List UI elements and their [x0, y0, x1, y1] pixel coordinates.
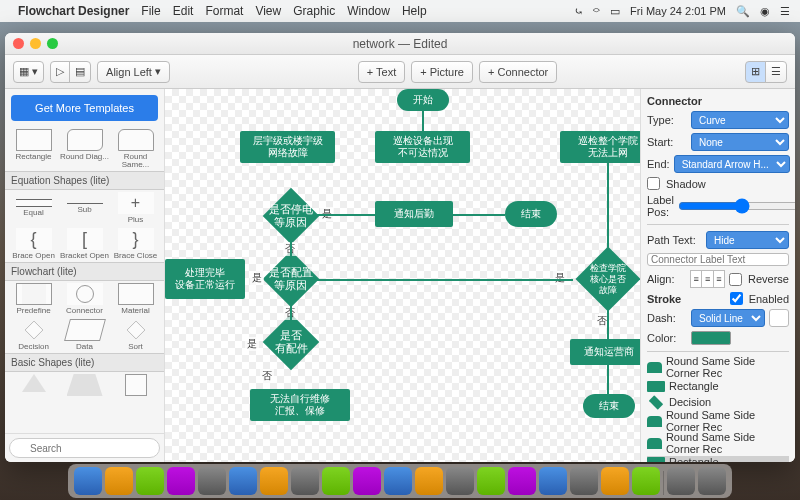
- grid-toggle[interactable]: ▤: [69, 61, 91, 83]
- menu-graphic[interactable]: Graphic: [293, 4, 335, 18]
- shape-data[interactable]: Data: [60, 319, 109, 351]
- list-item[interactable]: Round Same Side Corner Rec: [647, 412, 789, 430]
- notification-icon[interactable]: ☰: [780, 5, 790, 18]
- color-swatch[interactable]: [691, 331, 731, 345]
- shape-decision[interactable]: Decision: [9, 319, 58, 351]
- clock[interactable]: Fri May 24 2:01 PM: [630, 5, 726, 17]
- enabled-checkbox[interactable]: [730, 292, 743, 305]
- dock-app-icon[interactable]: [415, 467, 443, 495]
- list-item[interactable]: Round Same Side Corner Rec: [647, 358, 789, 376]
- node-r1[interactable]: 通知后勤: [375, 201, 453, 227]
- dock-app-icon[interactable]: [508, 467, 536, 495]
- canvas[interactable]: 开始 层宇级或楼宇级 网络故障 巡检设备出现 不可达情况 巡检整个学院 无法上网…: [165, 89, 640, 462]
- menu-edit[interactable]: Edit: [173, 4, 194, 18]
- node-dR[interactable]: 检查学院 核心是否 故障: [575, 246, 640, 311]
- list-item[interactable]: Rectangle: [647, 456, 789, 462]
- end-select[interactable]: Standard Arrow H...: [674, 155, 790, 173]
- siri-icon[interactable]: ◉: [760, 5, 770, 18]
- node-e1[interactable]: 结束: [505, 201, 557, 227]
- node-d3[interactable]: 是否 有配件: [263, 314, 320, 371]
- dock-app-icon[interactable]: [167, 467, 195, 495]
- toolbar-templates-icon[interactable]: ▦ ▾: [13, 61, 44, 83]
- node-n4[interactable]: 无法自行维修 汇报、保修: [250, 389, 350, 421]
- dock-app-icon[interactable]: [353, 467, 381, 495]
- start-select[interactable]: None: [691, 133, 789, 151]
- list-item[interactable]: Decision: [647, 396, 789, 408]
- fastswitch-icon[interactable]: ⤿: [574, 5, 583, 18]
- dock-app-icon[interactable]: [229, 467, 257, 495]
- shape-brace-close[interactable]: Brace Close: [111, 228, 160, 260]
- cat-basic[interactable]: Basic Shapes (lite): [5, 353, 164, 372]
- align-button[interactable]: Align Left ▾: [97, 61, 170, 83]
- add-text-button[interactable]: + Text: [358, 61, 405, 83]
- node-n3[interactable]: 巡检整个学院 无法上网: [560, 131, 640, 163]
- shape-round-same[interactable]: Round Same...: [111, 129, 160, 169]
- shape-rectangle[interactable]: Rectangle: [9, 129, 58, 169]
- node-e2[interactable]: 结束: [583, 394, 635, 418]
- dock-app-icon[interactable]: [570, 467, 598, 495]
- node-n1[interactable]: 层宇级或楼宇级 网络故障: [240, 131, 335, 163]
- node-d2[interactable]: 是否配置 等原因: [263, 251, 320, 308]
- shape-sub[interactable]: Sub: [60, 192, 109, 224]
- list-item[interactable]: Round Same Side Corner Rec: [647, 434, 789, 452]
- add-connector-button[interactable]: + Connector: [479, 61, 557, 83]
- menu-help[interactable]: Help: [402, 4, 427, 18]
- sidebar-search-input[interactable]: [9, 438, 160, 458]
- shape-sort[interactable]: Sort: [111, 319, 160, 351]
- dock-downloads-icon[interactable]: [667, 467, 695, 495]
- shape-material[interactable]: Material: [111, 283, 160, 315]
- shape-bracket-open[interactable]: Bracket Open: [60, 228, 109, 260]
- dock-app-icon[interactable]: [260, 467, 288, 495]
- shape-square[interactable]: [111, 374, 160, 396]
- shape-equal[interactable]: Equal: [9, 192, 58, 224]
- dash-width-input[interactable]: [769, 309, 789, 327]
- dock-app-icon[interactable]: [198, 467, 226, 495]
- align-right-icon[interactable]: ≡: [713, 270, 725, 288]
- spotlight-icon[interactable]: 🔍: [736, 5, 750, 18]
- shape-triangle[interactable]: [9, 374, 58, 396]
- dock-app-icon[interactable]: [105, 467, 133, 495]
- dock-app-icon[interactable]: [136, 467, 164, 495]
- menu-window[interactable]: Window: [347, 4, 390, 18]
- shadow-checkbox[interactable]: [647, 177, 660, 190]
- shape-predefine[interactable]: Predefine: [9, 283, 58, 315]
- menu-file[interactable]: File: [141, 4, 160, 18]
- dock-trash-icon[interactable]: [698, 467, 726, 495]
- dock-app-icon[interactable]: [384, 467, 412, 495]
- dock-app-icon[interactable]: [601, 467, 629, 495]
- shape-plus[interactable]: Plus: [111, 192, 160, 224]
- node-start[interactable]: 开始: [397, 89, 449, 111]
- pathtext-select[interactable]: Hide: [706, 231, 789, 249]
- pointer-tool[interactable]: ▷: [50, 61, 70, 83]
- node-left[interactable]: 处理完毕 设备正常运行: [165, 259, 245, 299]
- node-r2[interactable]: 通知运营商: [570, 339, 640, 365]
- close-button[interactable]: [13, 38, 24, 49]
- grid-view-button[interactable]: ⊞: [745, 61, 766, 83]
- shape-connector[interactable]: Connector: [60, 283, 109, 315]
- list-view-button[interactable]: ☰: [765, 61, 787, 83]
- minimize-button[interactable]: [30, 38, 41, 49]
- node-d1[interactable]: 是否停电 等原因: [263, 188, 320, 245]
- dock-app-icon[interactable]: [477, 467, 505, 495]
- add-picture-button[interactable]: + Picture: [411, 61, 473, 83]
- connector-label-input[interactable]: [647, 253, 789, 266]
- type-select[interactable]: Curve: [691, 111, 789, 129]
- get-templates-button[interactable]: Get More Templates: [11, 95, 158, 121]
- reverse-checkbox[interactable]: [729, 273, 742, 286]
- cat-flowchart[interactable]: Flowchart (lite): [5, 262, 164, 281]
- battery-icon[interactable]: ▭: [610, 5, 620, 18]
- dash-select[interactable]: Solid Line: [691, 309, 765, 327]
- dock-app-icon[interactable]: [632, 467, 660, 495]
- shape-trapezoid[interactable]: [60, 374, 109, 396]
- dock-finder-icon[interactable]: [74, 467, 102, 495]
- menu-view[interactable]: View: [255, 4, 281, 18]
- dock-app-icon[interactable]: [539, 467, 567, 495]
- dock-app-icon[interactable]: [446, 467, 474, 495]
- dock-app-icon[interactable]: [291, 467, 319, 495]
- list-item[interactable]: Rectangle: [647, 380, 789, 392]
- menu-app[interactable]: Flowchart Designer: [18, 4, 129, 18]
- zoom-button[interactable]: [47, 38, 58, 49]
- menu-format[interactable]: Format: [205, 4, 243, 18]
- cat-equation[interactable]: Equation Shapes (lite): [5, 171, 164, 190]
- shape-brace-open[interactable]: Brace Open: [9, 228, 58, 260]
